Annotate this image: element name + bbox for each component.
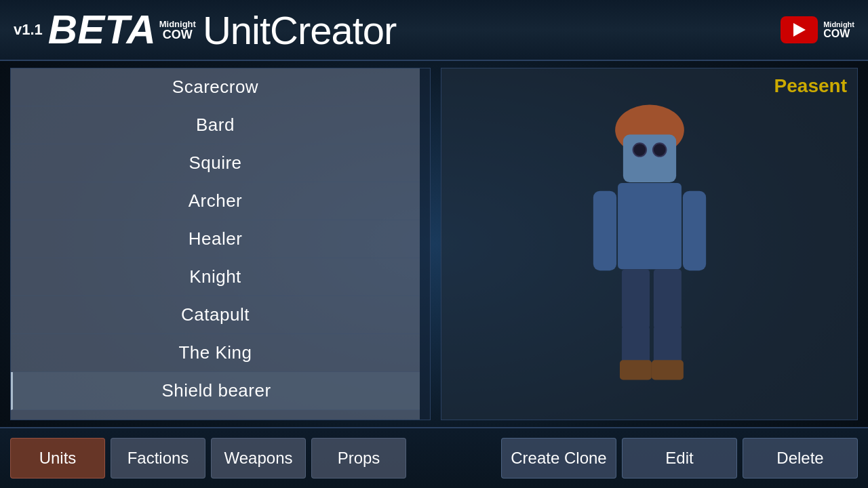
yt-cow-text: COW	[823, 28, 850, 39]
bottom-bar: Units Factions Weapons Props Create Clon…	[0, 427, 868, 488]
svg-rect-1	[623, 135, 675, 182]
youtube-logo[interactable]: Midnight COW	[781, 16, 854, 43]
create-clone-button[interactable]: Create Clone	[501, 438, 616, 479]
factions-tab-button[interactable]: Factions	[111, 438, 205, 479]
preview-panel: Peasent	[441, 68, 858, 420]
weapons-tab-button[interactable]: Weapons	[211, 438, 306, 479]
unit-list-item[interactable]: Scarecrow	[11, 68, 420, 106]
mc-cow-text: COW	[163, 28, 193, 41]
svg-point-3	[652, 143, 666, 157]
units-tab-button[interactable]: Units	[10, 438, 105, 479]
preview-unit-name: Peasent	[774, 75, 847, 97]
beta-label: BETA	[48, 9, 156, 50]
svg-rect-4	[593, 191, 616, 270]
svg-rect-9	[621, 327, 649, 363]
character-preview	[541, 92, 758, 396]
yt-midnight-cow-label: Midnight COW	[823, 21, 854, 39]
unit-list-item[interactable]: Bard	[11, 106, 420, 144]
unit-list-item[interactable]: Catapult	[11, 296, 420, 334]
delete-button[interactable]: Delete	[743, 438, 858, 479]
props-tab-button[interactable]: Props	[311, 438, 406, 479]
unit-list-item[interactable]: Healer	[11, 220, 420, 258]
header-title-group: v1.1 BETA Midnight COW UnitCreator	[14, 7, 781, 53]
svg-rect-8	[653, 269, 681, 329]
svg-rect-7	[621, 269, 649, 329]
unit-list-panel: ScarecrowBardSquireArcherHealerKnightCat…	[10, 68, 431, 420]
unit-list-item[interactable]: Squire	[11, 144, 420, 182]
midnight-cow-logo: Midnight COW	[159, 20, 196, 41]
edit-button[interactable]: Edit	[622, 438, 737, 479]
unit-list-item[interactable]: Archer	[11, 182, 420, 220]
unit-list-item[interactable]: Shield bearer	[11, 372, 420, 410]
mc-midnight-text: Midnight	[159, 20, 196, 28]
unit-creator-title: UnitCreator	[203, 7, 397, 53]
unit-list: ScarecrowBardSquireArcherHealerKnightCat…	[11, 68, 430, 420]
svg-rect-5	[618, 183, 682, 269]
svg-point-2	[633, 143, 646, 157]
svg-rect-6	[682, 191, 705, 270]
svg-rect-11	[619, 360, 651, 380]
svg-rect-12	[651, 360, 683, 380]
yt-midnight-text: Midnight	[823, 21, 854, 28]
svg-rect-10	[653, 327, 681, 363]
main-content: ScarecrowBardSquireArcherHealerKnightCat…	[0, 61, 868, 427]
app-header: v1.1 BETA Midnight COW UnitCreator Midni…	[0, 0, 868, 61]
version-label: v1.1	[14, 21, 43, 39]
youtube-play-button[interactable]	[781, 16, 818, 43]
unit-list-item[interactable]: Sarissa	[11, 410, 420, 420]
unit-list-item[interactable]: The King	[11, 334, 420, 372]
unit-list-item[interactable]: Knight	[11, 258, 420, 296]
